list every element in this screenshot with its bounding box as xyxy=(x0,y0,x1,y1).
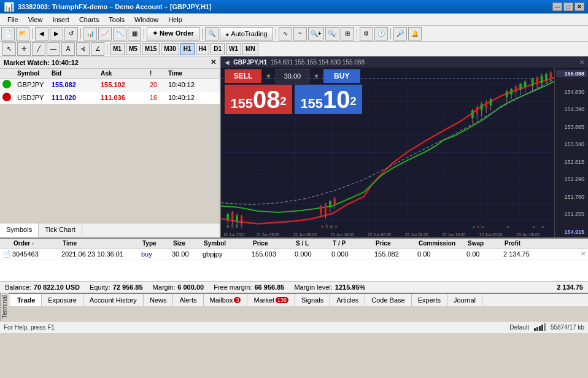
order-row-1: 📄 3045463 2021.06.23 10:36:01 buy 30.00 … xyxy=(0,249,588,260)
indicator1[interactable]: ∿ xyxy=(279,27,292,40)
tf-d1[interactable]: D1 xyxy=(211,43,225,55)
menu-help[interactable]: Help xyxy=(163,15,187,25)
tab-trade[interactable]: Trade xyxy=(11,294,42,306)
col-price: Price xyxy=(252,240,295,247)
chart-btn1[interactable]: 📊 xyxy=(83,27,97,40)
buy-price-box: 155102 xyxy=(295,85,362,114)
tool1[interactable]: 🔍 xyxy=(205,27,219,40)
ask-gbpjpy: 155.102 xyxy=(101,81,150,88)
menu-insert[interactable]: Insert xyxy=(47,15,74,25)
tab-symbols[interactable]: Symbols xyxy=(0,223,39,237)
tf-m1[interactable]: M1 xyxy=(110,43,125,55)
svg-rect-58 xyxy=(536,77,538,85)
equity-label: Equity: xyxy=(90,284,110,291)
svg-text:22 Jun 00:00: 22 Jun 00:00 xyxy=(368,233,391,237)
order-close-button[interactable]: ✕ xyxy=(581,250,586,257)
menu-file[interactable]: File xyxy=(2,15,23,25)
reload-btn[interactable]: ↺ xyxy=(64,27,78,40)
chart-close-button[interactable]: ✕ xyxy=(579,59,584,66)
menu-tools[interactable]: Tools xyxy=(104,15,130,25)
order-type: buy xyxy=(141,250,172,258)
menu-view[interactable]: View xyxy=(23,15,48,25)
hline-tool[interactable]: — xyxy=(47,42,60,56)
close-button[interactable]: ✕ xyxy=(574,2,584,11)
autotrading-button[interactable]: ⬥ AutoTrading xyxy=(220,27,273,40)
tf-h1[interactable]: H1 xyxy=(180,43,195,55)
svg-rect-48 xyxy=(510,89,513,94)
menu-charts[interactable]: Charts xyxy=(74,15,104,25)
crosshair[interactable]: ✛ xyxy=(17,42,31,56)
fib-tool[interactable]: ⊰ xyxy=(76,42,90,56)
orders-header: Order Time Type Size Symbol Price S / L … xyxy=(0,239,588,249)
lot-input[interactable] xyxy=(276,69,309,83)
market-watch-header: Market Watch: 10:40:12 ✕ xyxy=(0,56,220,69)
tf-w1[interactable]: W1 xyxy=(226,43,241,55)
tf-mn[interactable]: MN xyxy=(242,43,258,55)
buy-price-big: 10 xyxy=(323,86,350,113)
app-icon: 📊 xyxy=(4,2,14,12)
fwd-btn[interactable]: ▶ xyxy=(50,27,63,40)
chart-btn2[interactable]: 📈 xyxy=(98,27,112,40)
col-order[interactable]: Order xyxy=(12,240,61,247)
trade-panel: SELL ▼ ▼ BUY 155082 155102 xyxy=(225,69,362,114)
buy-button[interactable]: BUY xyxy=(323,69,360,83)
zoom-out[interactable]: 🔍- xyxy=(325,27,339,40)
tab-journal[interactable]: Journal xyxy=(447,294,482,306)
line-tool[interactable]: ╱ xyxy=(32,42,45,56)
tab-account-history[interactable]: Account History xyxy=(83,294,144,306)
chart-btn4[interactable]: ▦ xyxy=(128,27,141,40)
market-watch-row-gbpjpy[interactable]: GBPJPY 155.082 155.102 20 10:40:12 xyxy=(0,79,220,91)
tab-code-base[interactable]: Code Base xyxy=(365,294,411,306)
search-btn[interactable]: 🔎 xyxy=(393,27,407,40)
order-size: 30.00 xyxy=(172,250,203,258)
angle-tool[interactable]: ∠ xyxy=(91,42,104,56)
svg-rect-71 xyxy=(330,226,333,228)
tab-alerts[interactable]: Alerts xyxy=(173,294,203,306)
zoom-fit[interactable]: ⊞ xyxy=(341,27,354,40)
chart-area[interactable]: ◀ GBPJPY,H1 154.831 155.155 154.830 155.… xyxy=(221,56,588,237)
zoom-in[interactable]: 🔍+ xyxy=(308,27,324,40)
maximize-button[interactable]: □ xyxy=(563,2,573,11)
text-tool[interactable]: A xyxy=(61,42,75,56)
tab-exposure[interactable]: Exposure xyxy=(42,294,83,306)
tab-signals[interactable]: Signals xyxy=(295,294,330,306)
bottom-area: Terminal Trade Exposure Account History … xyxy=(0,293,588,321)
market-watch-row-usdjpy[interactable]: USDJPY 111.020 111.036 16 10:40:12 xyxy=(0,91,220,104)
tf-m5[interactable]: M5 xyxy=(126,43,141,55)
svg-rect-34 xyxy=(333,198,336,204)
alert-btn[interactable]: 🔔 xyxy=(408,27,422,40)
tab-mailbox[interactable]: Mailbox 3 xyxy=(204,294,248,306)
order-sl: 0.000 xyxy=(295,250,331,258)
scale-label-8: 151.780 xyxy=(556,194,587,200)
chart-close-arrow[interactable]: ◀ xyxy=(225,59,230,66)
open-btn[interactable]: 📂 xyxy=(16,27,29,40)
buy-price-prefix: 155 xyxy=(300,96,323,111)
tf-m15[interactable]: M15 xyxy=(142,43,160,55)
time-btn[interactable]: 🕐 xyxy=(374,27,388,40)
new-order-button[interactable]: ✦ New Order xyxy=(147,27,199,40)
menu-window[interactable]: Window xyxy=(130,15,163,25)
sell-buy-row: SELL ▼ ▼ BUY xyxy=(225,69,362,83)
tab-articles[interactable]: Articles xyxy=(330,294,365,306)
prop-btn[interactable]: ⚙ xyxy=(360,27,373,40)
tf-h4[interactable]: H4 xyxy=(196,43,210,55)
chart-btn3[interactable]: 📉 xyxy=(113,27,126,40)
tab-tick-chart[interactable]: Tick Chart xyxy=(39,223,82,237)
tab-news[interactable]: News xyxy=(144,294,174,306)
minimize-button[interactable]: — xyxy=(552,2,562,11)
tab-experts[interactable]: Experts xyxy=(412,294,447,306)
toolbar2: ↖ ✛ ╱ — A ⊰ ∠ M1 M5 M15 M30 H1 H4 D1 W1 … xyxy=(0,42,588,56)
draw-cursor[interactable]: ↖ xyxy=(2,42,16,56)
svg-text:23 Jun 00:00: 23 Jun 00:00 xyxy=(479,233,503,237)
tf-m30[interactable]: M30 xyxy=(161,43,179,55)
tab-market[interactable]: Market 136 xyxy=(247,294,295,306)
close-market-watch[interactable]: ✕ xyxy=(211,58,216,66)
svg-rect-56 xyxy=(532,79,534,85)
scale-label-4: 153.865 xyxy=(556,124,587,130)
new-btn[interactable]: 📄 xyxy=(1,27,15,40)
col-size: Size xyxy=(172,240,203,247)
back-btn[interactable]: ◀ xyxy=(35,27,48,40)
indicator2[interactable]: ~ xyxy=(293,27,307,40)
sell-button[interactable]: SELL xyxy=(225,69,261,83)
svg-rect-69 xyxy=(321,226,323,228)
